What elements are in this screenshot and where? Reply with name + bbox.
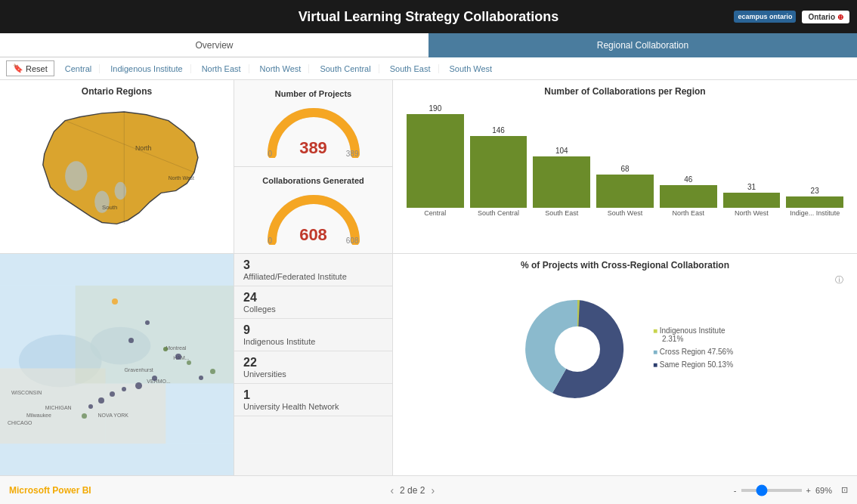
filter-southcentral[interactable]: South Central [312, 64, 379, 73]
filter-central[interactable]: Central [57, 64, 100, 73]
bar-value: 190 [429, 104, 442, 113]
projects-gauge-section: Number of Projects 0 389 389 [234, 80, 392, 167]
map-dot[interactable] [145, 320, 150, 325]
svg-text:North West: North West [169, 175, 194, 181]
inst-label: Colleges [243, 305, 383, 314]
zoom-slider[interactable] [741, 489, 802, 492]
projects-gauge-title: Number of Projects [275, 89, 351, 98]
map-dot[interactable] [98, 397, 104, 404]
map-dot[interactable] [199, 376, 203, 380]
donut-labels: ■ Indigenous Institute 2.31% ■ Cross Reg… [653, 326, 733, 373]
map-dot[interactable] [128, 338, 134, 343]
app-header: Virtual Learning Strategy Collaborations… [0, 0, 857, 33]
bar-label: North East [672, 209, 704, 218]
bar-value: 23 [811, 187, 819, 195]
bar-chart: 190 Central 146 South Central 104 South … [399, 104, 851, 218]
bar-value: 104 [555, 147, 568, 155]
bar-label: South East [545, 209, 578, 218]
svg-marker-0 [43, 112, 198, 224]
donut-container: ■ Indigenous Institute 2.31% ■ Cross Reg… [399, 282, 851, 418]
map-dot[interactable] [187, 360, 191, 365]
powerbi-link[interactable]: Microsoft Power BI [9, 485, 91, 496]
collaborations-gauge-max: 608 [346, 237, 359, 245]
bar-value: 68 [620, 165, 629, 173]
bar-rect[interactable] [596, 175, 654, 208]
footer: Microsoft Power BI ‹ 2 de 2 › - + 69% ⊡ [0, 475, 857, 504]
bar-label: Central [424, 209, 446, 218]
projects-gauge-max: 389 [346, 150, 359, 158]
donut-svg [517, 289, 638, 410]
bar-rect[interactable] [660, 185, 717, 208]
inst-list-item[interactable]: 24 Colleges [234, 286, 392, 319]
collaborations-gauge-min: 0 [268, 237, 273, 245]
collaborations-gauge-section: Collaborations Generated 0 608 608 [234, 167, 392, 253]
bar-label: Indige... Institute [790, 209, 840, 218]
map-dot[interactable] [210, 369, 215, 374]
inst-list-item[interactable]: 1 University Health Network [234, 384, 392, 416]
donut-label-same: ■ Same Region 50.13% [653, 360, 733, 369]
page-indicator: 2 de 2 [400, 485, 425, 496]
zoom-in-button[interactable]: + [806, 486, 811, 495]
donut-chart-title: % of Projects with Cross-Regional Collab… [399, 260, 851, 271]
bar-rect[interactable] [723, 193, 781, 208]
bar-rect[interactable] [407, 114, 464, 208]
map-dot[interactable] [82, 413, 87, 419]
map-dot[interactable] [122, 387, 126, 391]
geo-map-panel: WISCONSIN MICHIGAN CHICAGO Milwaukee NOV… [0, 254, 234, 475]
inst-list-item[interactable]: 22 Universities [234, 351, 392, 384]
reset-button[interactable]: 🔖 Reset [6, 60, 54, 76]
inst-list-item[interactable]: 9 Indigenous Institute [234, 319, 392, 351]
ontario-svg-map: North South North West [6, 100, 227, 244]
ecampus-logo: ecampus ontario [734, 11, 796, 23]
bar-group: 104 South East [533, 147, 590, 218]
map-dot[interactable] [163, 347, 168, 351]
bar-rect[interactable] [786, 196, 843, 208]
inst-label: Indigenous Institute [243, 337, 383, 346]
gauges-panel: Number of Projects 0 389 389 Collaborati… [234, 80, 393, 253]
donut-svg-wrapper [517, 289, 638, 412]
prev-page-button[interactable]: ‹ [390, 484, 394, 496]
filter-indigenous[interactable]: Indigenous Institute [103, 64, 190, 73]
bottom-row: WISCONSIN MICHIGAN CHICAGO Milwaukee NOV… [0, 254, 857, 475]
filter-northwest[interactable]: North West [252, 64, 310, 73]
geo-map-bg: WISCONSIN MICHIGAN CHICAGO Milwaukee NOV… [0, 254, 234, 475]
zoom-out-button[interactable]: - [734, 486, 737, 495]
tab-overview[interactable]: Overview [0, 33, 428, 57]
svg-point-1 [65, 161, 87, 190]
fit-screen-icon[interactable]: ⊡ [841, 485, 848, 495]
map-dot[interactable] [175, 354, 181, 360]
next-page-button[interactable]: › [431, 484, 435, 496]
zoom-percentage: 69% [815, 486, 832, 495]
map-dot[interactable] [135, 382, 142, 389]
zoom-controls: - + 69% ⊡ [734, 485, 848, 495]
page-navigation: ‹ 2 de 2 › [390, 484, 435, 496]
inst-number: 22 [243, 356, 383, 369]
svg-point-25 [555, 326, 600, 372]
inst-list-item[interactable]: 3 Affiliated/Federated Institute [234, 254, 392, 286]
inst-number: 24 [243, 291, 383, 305]
svg-text:North: North [135, 144, 152, 152]
projects-gauge-value: 389 [299, 138, 327, 158]
filter-southeast[interactable]: South East [382, 64, 439, 73]
map-dot[interactable] [112, 298, 118, 305]
collaborations-gauge-title: Collaborations Generated [262, 176, 364, 185]
inst-label: Affiliated/Federated Institute [243, 272, 383, 281]
inst-label: Universities [243, 369, 383, 379]
map-dot[interactable] [88, 404, 93, 409]
bar-chart-title: Number of Collaborations per Region [399, 86, 851, 97]
tab-regional[interactable]: Regional Collaboration [428, 33, 857, 57]
projects-gauge-min: 0 [268, 150, 273, 158]
inst-number: 1 [243, 388, 383, 402]
bar-rect[interactable] [470, 136, 528, 208]
header-logos: ecampus ontario Ontario ⊕ [734, 11, 849, 23]
filter-northeast[interactable]: North East [194, 64, 249, 73]
inst-list-panel: 3 Affiliated/Federated Institute 24 Coll… [234, 254, 393, 475]
map-dot[interactable] [152, 376, 157, 381]
projects-gauge: 0 389 389 [265, 101, 363, 158]
donut-label-cross: ■ Cross Region 47.56% [653, 348, 733, 356]
map-dot[interactable] [110, 391, 115, 397]
filter-southwest[interactable]: South West [442, 64, 500, 73]
bar-rect[interactable] [533, 156, 590, 208]
bar-group: 23 Indige... Institute [786, 187, 843, 218]
bar-value: 31 [747, 183, 756, 191]
